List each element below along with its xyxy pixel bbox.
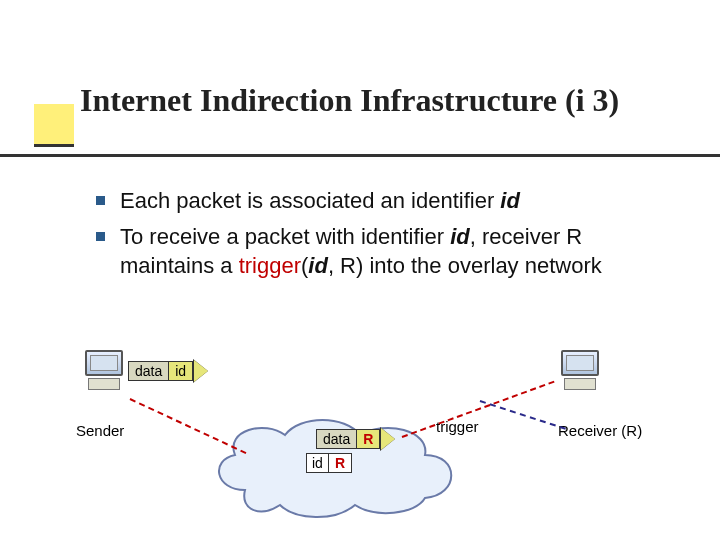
bullet-2-post: , R) into the overlay network [328,253,602,278]
bullet-2-id2: id [308,253,328,278]
divider-main [0,154,720,157]
bullet-1-text: Each packet is associated an identifier [120,188,500,213]
packet-id: id [169,361,193,381]
bullet-2-id1: id [450,224,470,249]
bullet-2-pre: To receive a packet with identifier [120,224,450,249]
trigger-entry: id R [306,452,352,474]
packet-arrow: data id [128,360,208,382]
forwarded-packet-r: R [357,429,380,449]
trigger-entry-r: R [329,453,352,473]
forwarded-packet-arrow: data R [316,428,395,450]
sender-computer-icon [82,350,126,394]
sender-label: Sender [76,422,124,439]
bullet-2: To receive a packet with identifier id, … [120,222,680,281]
trigger-entry-id: id [306,453,329,473]
divider-short [34,144,74,147]
path-receiver-to-trigger [480,400,566,430]
bullet-1-id: id [500,188,520,213]
slide-title: Internet Indirection Infrastructure (i 3… [80,82,619,119]
packet-data: data [128,361,169,381]
forwarded-packet-data: data [316,429,357,449]
bullet-1: Each packet is associated an identifier … [120,186,680,216]
receiver-computer-icon [558,350,602,394]
bullet-2-trigger: trigger [239,253,301,278]
receiver-label: Receiver (R) [558,422,642,439]
diagram: Sender Receiver (R) trigger data id data… [0,350,720,540]
slide-accent [34,104,74,144]
bullet-list: Each packet is associated an identifier … [120,186,680,287]
